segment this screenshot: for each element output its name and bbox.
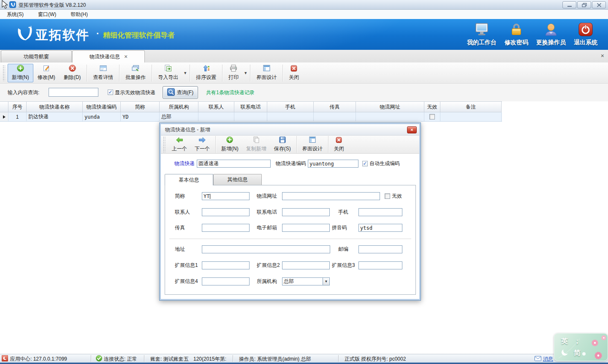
next-record-button[interactable]: 下一个	[191, 136, 214, 153]
dialog-add-button[interactable]: 新增(N)	[217, 136, 242, 153]
menu-help[interactable]: 帮助(H)	[69, 10, 90, 19]
import-export-icon	[165, 65, 172, 73]
tab-logistics-express-info[interactable]: 物流快递信息 ×	[72, 50, 145, 62]
copy-new-button: 复制新增	[242, 136, 270, 153]
website-input[interactable]	[282, 192, 380, 200]
statusbar: 应用中心: 127.0.0.1:7099 连接状态: 正常 账套: 测试账套五 …	[0, 354, 608, 362]
menu-system[interactable]: 系统(S)	[5, 10, 25, 19]
pinyin-input[interactable]: ytsd	[358, 224, 402, 232]
close-tab-button[interactable]: 关闭	[285, 64, 303, 82]
ext4-input[interactable]	[202, 277, 250, 285]
chevron-down-icon[interactable]: ▼	[323, 278, 329, 285]
abbr-input[interactable]: YT	[202, 192, 250, 200]
toolbar-separator	[119, 65, 119, 81]
ime-simplified-indicator[interactable]: 简	[574, 349, 581, 358]
save-button[interactable]: 保存(S)	[270, 136, 295, 153]
print-dropdown-icon[interactable]: ▼	[244, 71, 247, 75]
invalid-label[interactable]: 无效	[392, 192, 402, 200]
add-button[interactable]: 新增(N)	[8, 64, 33, 82]
close-button[interactable]	[592, 1, 606, 8]
tab-basic-info[interactable]: 基本信息	[165, 174, 213, 185]
sort-settings-button[interactable]: 排序设置	[192, 64, 220, 82]
detail-icon	[100, 65, 107, 73]
col-abbr[interactable]: 简称	[121, 102, 160, 112]
query-button[interactable]: 查询(F)	[163, 86, 198, 99]
cell-fax	[314, 112, 356, 121]
table-row[interactable]: 1 韵达快递 yunda YD 总部	[0, 112, 502, 122]
col-phone[interactable]: 联系电话	[234, 102, 267, 112]
modify-button[interactable]: 修改(M)	[33, 64, 60, 82]
cell-seq: 1	[8, 112, 27, 121]
print-button[interactable]: 打印	[224, 64, 243, 82]
tabstrip-close-icon[interactable]: ×	[601, 53, 604, 59]
invalid-checkbox[interactable]	[385, 193, 390, 199]
ime-lang-indicator[interactable]: 英	[561, 337, 568, 346]
view-detail-button[interactable]: 查看详情	[89, 64, 117, 82]
express-name-input[interactable]: 圆通速递	[197, 160, 271, 168]
ui-design-button[interactable]: 界面设计	[252, 64, 281, 82]
org-dropdown[interactable]: 总部 ▼	[282, 277, 330, 285]
fax-input[interactable]	[202, 224, 250, 232]
app-center-text: 应用中心: 127.0.0.1:7099	[10, 356, 67, 363]
dialog-close-tab-button[interactable]: 关闭	[330, 136, 348, 153]
zip-input[interactable]	[358, 245, 402, 253]
col-fax[interactable]: 传真	[314, 102, 356, 112]
restore-button[interactable]	[577, 1, 591, 8]
search-input[interactable]	[49, 88, 98, 97]
mouse-cursor-icon	[0, 0, 10, 11]
save-icon	[279, 136, 286, 144]
batch-operation-button[interactable]: 批量操作	[121, 64, 150, 82]
autocode-checkbox[interactable]	[362, 161, 368, 166]
switch-operator-button[interactable]: 更换操作员	[534, 23, 568, 46]
express-code-input[interactable]: yuantong	[308, 160, 358, 168]
dialog-ui-design-button[interactable]: 界面设计	[299, 136, 326, 153]
message-link[interactable]: 消息	[543, 356, 553, 363]
connection-ok-icon	[96, 355, 102, 363]
dialog-tabstrip: 基本信息 其他信息	[161, 174, 419, 185]
show-invalid-checkbox[interactable]	[108, 90, 113, 95]
col-org[interactable]: 所属机构	[160, 102, 198, 112]
tab-function-navigator[interactable]: 功能导航窗	[1, 50, 72, 62]
minimize-button[interactable]	[562, 1, 576, 8]
dialog-close-button[interactable]: ×	[407, 126, 417, 133]
address-input[interactable]	[202, 245, 330, 253]
menu-window[interactable]: 窗口(W)	[36, 10, 58, 19]
import-export-dropdown-icon[interactable]: ▼	[183, 71, 187, 75]
ext3-input[interactable]	[358, 261, 402, 269]
phone-input[interactable]	[282, 208, 330, 216]
email-input[interactable]	[282, 224, 330, 232]
brand-name: 亚拓软件	[35, 27, 90, 44]
menubar: 系统(S) 窗口(W) 帮助(H)	[0, 10, 608, 19]
col-code[interactable]: 物流快递编码	[83, 102, 121, 112]
show-invalid-label[interactable]: 显示无效物流快递	[115, 89, 155, 96]
tab-other-info[interactable]: 其他信息	[213, 174, 262, 185]
prev-arrow-icon	[176, 137, 183, 144]
toolbar-separator	[190, 65, 190, 81]
dialog-toolbar: 上一个 下一个 新增(N) 复制新增 保存(S)	[161, 136, 419, 154]
invalid-checkbox[interactable]	[429, 114, 435, 120]
col-invalid[interactable]: 无效	[424, 102, 440, 112]
ext1-input[interactable]	[202, 261, 250, 269]
col-website[interactable]: 物流网址	[356, 102, 424, 112]
mobile-input[interactable]	[358, 208, 402, 216]
col-mobile[interactable]: 手机	[267, 102, 314, 112]
previous-record-button[interactable]: 上一个	[168, 136, 191, 153]
col-remark[interactable]: 备注	[440, 102, 502, 112]
col-contact[interactable]: 联系人	[198, 102, 234, 112]
ime-punctuation-indicator[interactable]: ；	[574, 337, 581, 346]
search-row: 输入内容查询: 显示无效物流快递 查询(F) 共有1条物流快递记录	[0, 84, 608, 101]
ext2-input[interactable]	[282, 261, 330, 269]
password-lock-icon	[510, 23, 523, 38]
col-name[interactable]: 物流快递名称	[27, 102, 83, 112]
contact-input[interactable]	[202, 208, 250, 216]
ime-status-panel[interactable]: 英 ； 简	[554, 333, 608, 361]
change-password-button[interactable]: 修改密码	[499, 23, 534, 46]
autocode-label[interactable]: 自动生成编码	[369, 160, 400, 168]
my-workbench-button[interactable]: 我的工作台	[464, 23, 499, 46]
delete-button[interactable]: 删除(D)	[60, 64, 85, 82]
mobile-label: 手机	[338, 208, 348, 216]
col-seq[interactable]: 序号	[8, 102, 27, 112]
tab-close-icon[interactable]: ×	[124, 54, 128, 60]
import-export-button[interactable]: 导入导出	[154, 64, 182, 82]
exit-system-button[interactable]: 退出系统	[568, 23, 603, 46]
